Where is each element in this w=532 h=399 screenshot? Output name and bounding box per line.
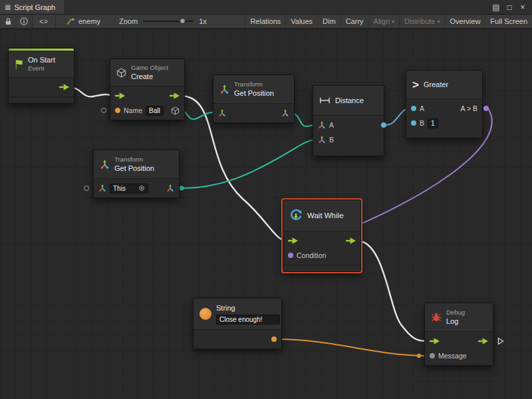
distribute-button[interactable]: Distribute▾: [399, 15, 444, 28]
button-label: Carry: [346, 17, 364, 25]
flow-in-port[interactable]: [115, 92, 125, 99]
dim-button[interactable]: Dim: [317, 15, 340, 28]
node-title: On Start: [28, 55, 55, 65]
button-label: Dim: [323, 17, 336, 25]
window-menu-icon[interactable]: ▤: [489, 3, 503, 12]
flow-in-port[interactable]: [288, 237, 298, 244]
transform-input-port[interactable]: [218, 109, 226, 117]
target-value-field[interactable]: This: [110, 184, 148, 194]
full-screen-button[interactable]: Full Screen: [485, 15, 532, 28]
zoom-slider[interactable]: [143, 21, 194, 22]
ruler-icon: [319, 96, 331, 104]
message-input-port[interactable]: [430, 353, 435, 358]
zoom-slider-handle[interactable]: [180, 18, 186, 24]
name-input-port[interactable]: [115, 108, 120, 113]
node-greater[interactable]: > Greater A A > B B 1: [406, 70, 483, 138]
b-value-field[interactable]: 1: [428, 118, 438, 128]
align-button[interactable]: Align▾: [368, 15, 399, 28]
string-value-field[interactable]: Close enough!: [216, 315, 280, 325]
dropdown-arrow-icon: ▾: [438, 19, 440, 25]
cube-icon: [116, 68, 126, 78]
float-output-port[interactable]: [381, 122, 386, 128]
port-label: A: [329, 121, 334, 129]
window-titlebar: ▦ Script Graph ▤ □ ×: [0, 0, 532, 15]
carry-button[interactable]: Carry: [340, 15, 368, 28]
node-wait-while[interactable]: Wait While Condition: [283, 200, 361, 272]
port-label: Message: [438, 352, 467, 360]
code-glyph: <>: [39, 18, 49, 25]
wire-flow-onstart-create[interactable]: [69, 87, 113, 96]
wire-vector-getposition-distance-b[interactable]: [182, 140, 315, 188]
relations-button[interactable]: Relations: [245, 15, 285, 28]
node-category: Transform: [234, 80, 274, 88]
node-distance[interactable]: Distance A B: [313, 85, 384, 156]
graph-canvas[interactable]: On Start Event Game Object Create: [0, 29, 532, 399]
vector-b-input-port[interactable]: [318, 136, 326, 144]
node-on-start-event[interactable]: On Start Event: [8, 48, 74, 104]
tab-title: Script Graph: [14, 3, 55, 11]
button-label: Values: [291, 17, 313, 25]
overview-button[interactable]: Overview: [445, 15, 485, 28]
node-title: Wait While: [307, 211, 344, 221]
flow-continuation-indicator: [497, 337, 504, 346]
wire-gameobject-create-getposition[interactable]: [180, 110, 217, 119]
node-title: Get Position: [234, 88, 274, 98]
button-label: Align: [374, 17, 390, 25]
close-icon[interactable]: ×: [516, 3, 529, 12]
transform-icon: [100, 160, 110, 170]
game-object-output-port[interactable]: [171, 106, 180, 115]
target-value: This: [113, 185, 126, 192]
bug-icon: [431, 312, 442, 323]
node-title: Greater: [424, 80, 448, 89]
port-label: A: [420, 104, 424, 112]
flow-out-port[interactable]: [346, 237, 356, 244]
tab-script-graph[interactable]: ▦ Script Graph: [0, 0, 65, 14]
port-label: B: [420, 119, 424, 127]
port-label: Name: [124, 106, 142, 114]
a-input-port[interactable]: [411, 106, 416, 111]
node-title: Log: [446, 317, 465, 326]
bool-output-port[interactable]: [483, 106, 489, 111]
node-get-position-top[interactable]: Transform Get Position: [213, 74, 295, 123]
node-title: Get Position: [114, 164, 154, 173]
button-label: Distribute: [404, 17, 435, 25]
node-title: Distance: [335, 96, 364, 105]
string-output-port[interactable]: [271, 336, 277, 342]
node-string-literal[interactable]: String Close enough!: [193, 298, 282, 349]
flow-in-port[interactable]: [430, 338, 440, 344]
zoom-label: Zoom: [119, 17, 138, 25]
condition-input-port[interactable]: [288, 253, 293, 258]
node-game-object-create[interactable]: Game Object Create Name Ball: [110, 59, 185, 120]
output-label: A > B: [461, 104, 477, 112]
lock-icon[interactable]: [0, 15, 16, 28]
button-label: Relations: [250, 17, 281, 25]
code-view-icon[interactable]: <>: [33, 15, 55, 28]
maximize-icon[interactable]: □: [503, 3, 516, 12]
vector-a-input-port[interactable]: [318, 121, 326, 129]
node-subtitle: Event: [28, 65, 55, 72]
flow-out-port[interactable]: [59, 84, 69, 90]
node-category: Game Object: [131, 64, 168, 72]
node-category: Debug: [446, 309, 465, 317]
unconnected-port-indicator: [84, 186, 89, 191]
vector-output-port[interactable]: [166, 184, 174, 192]
graph-asset-icon: [66, 18, 75, 25]
vector-output-port[interactable]: [281, 109, 289, 117]
button-label: Overview: [450, 17, 481, 25]
wait-clock-icon: [289, 209, 303, 222]
node-get-position-bottom[interactable]: Transform Get Position This: [93, 150, 180, 198]
flow-out-port[interactable]: [478, 338, 488, 344]
port-label: B: [329, 136, 334, 144]
flow-out-port[interactable]: [170, 92, 180, 99]
info-icon[interactable]: [16, 15, 32, 28]
zoom-value: 1x: [199, 17, 207, 25]
name-value-field[interactable]: Ball: [146, 106, 164, 116]
transform-input-port[interactable]: [98, 184, 106, 192]
target-icon: [138, 185, 145, 192]
values-button[interactable]: Values: [285, 15, 317, 28]
wire-string-debugmessage[interactable]: [277, 339, 426, 356]
b-input-port[interactable]: [411, 120, 416, 126]
port-label: Condition: [297, 251, 326, 259]
wire-flow-waitwhile-debuglog[interactable]: [357, 241, 426, 341]
node-debug-log[interactable]: Debug Log Message: [424, 303, 493, 366]
